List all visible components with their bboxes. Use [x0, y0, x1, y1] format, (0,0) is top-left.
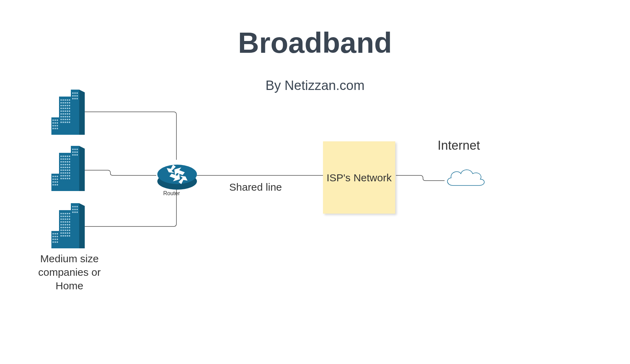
svg-rect-120 — [69, 172, 70, 174]
svg-rect-107 — [63, 167, 64, 168]
svg-rect-27 — [63, 105, 64, 106]
svg-rect-61 — [72, 92, 74, 94]
svg-rect-154 — [55, 241, 56, 243]
svg-rect-131 — [72, 149, 74, 150]
buildings-label: Medium size companies or Home — [28, 252, 111, 292]
svg-rect-171 — [60, 221, 62, 223]
svg-rect-59 — [67, 122, 68, 123]
svg-rect-184 — [67, 227, 68, 228]
svg-rect-178 — [65, 224, 66, 225]
svg-rect-137 — [72, 154, 74, 156]
svg-rect-129 — [67, 178, 68, 179]
svg-rect-40 — [69, 110, 70, 112]
svg-rect-135 — [74, 151, 76, 153]
svg-rect-48 — [65, 116, 66, 117]
svg-rect-156 — [60, 213, 62, 214]
svg-rect-51 — [60, 119, 62, 120]
svg-rect-42 — [63, 113, 64, 115]
svg-rect-111 — [60, 169, 62, 171]
svg-rect-109 — [67, 167, 68, 168]
svg-rect-152 — [57, 239, 58, 240]
building-icon — [51, 203, 85, 248]
svg-rect-98 — [65, 161, 66, 163]
svg-rect-113 — [65, 169, 66, 171]
svg-rect-169 — [67, 218, 68, 220]
svg-rect-114 — [67, 169, 68, 171]
svg-rect-182 — [63, 227, 64, 228]
svg-rect-26 — [60, 105, 62, 106]
svg-rect-87 — [63, 156, 64, 157]
svg-rect-77 — [52, 179, 54, 180]
svg-rect-53 — [65, 119, 66, 120]
svg-rect-196 — [60, 235, 62, 237]
svg-rect-197 — [63, 235, 64, 237]
svg-rect-164 — [67, 216, 68, 217]
svg-rect-29 — [67, 105, 68, 106]
svg-rect-119 — [67, 172, 68, 174]
svg-rect-188 — [65, 230, 66, 231]
svg-rect-207 — [72, 212, 74, 213]
cloud-icon — [443, 166, 487, 191]
svg-rect-148 — [55, 236, 56, 237]
svg-rect-201 — [72, 206, 74, 207]
svg-rect-41 — [60, 113, 62, 115]
svg-rect-165 — [69, 216, 70, 217]
svg-rect-46 — [60, 116, 62, 117]
svg-rect-161 — [60, 216, 62, 217]
svg-rect-192 — [63, 232, 64, 234]
svg-rect-187 — [63, 230, 64, 231]
svg-rect-65 — [74, 95, 76, 97]
svg-rect-163 — [65, 216, 66, 217]
svg-rect-153 — [52, 241, 54, 243]
svg-rect-66 — [76, 95, 78, 97]
svg-rect-181 — [60, 227, 62, 228]
svg-rect-149 — [57, 236, 58, 237]
svg-rect-103 — [65, 164, 66, 165]
svg-rect-38 — [65, 110, 66, 112]
svg-rect-146 — [57, 233, 58, 234]
svg-rect-89 — [67, 156, 68, 157]
svg-rect-4 — [52, 119, 54, 121]
svg-rect-93 — [65, 158, 66, 160]
svg-rect-55 — [69, 119, 70, 120]
svg-rect-150 — [52, 239, 54, 240]
svg-rect-204 — [72, 209, 74, 210]
svg-marker-3 — [79, 90, 85, 135]
svg-rect-174 — [67, 221, 68, 223]
svg-rect-177 — [63, 224, 64, 225]
svg-rect-116 — [60, 172, 62, 174]
svg-rect-147 — [52, 236, 54, 237]
svg-rect-91 — [60, 158, 62, 160]
svg-rect-134 — [72, 151, 74, 153]
svg-rect-94 — [67, 158, 68, 160]
svg-rect-139 — [76, 154, 78, 156]
svg-rect-102 — [63, 164, 64, 165]
svg-rect-155 — [57, 241, 58, 243]
svg-rect-205 — [74, 209, 76, 210]
svg-rect-96 — [60, 161, 62, 163]
svg-rect-123 — [65, 175, 66, 176]
svg-rect-15 — [57, 128, 58, 129]
svg-rect-44 — [67, 113, 68, 115]
svg-rect-202 — [74, 206, 76, 207]
svg-rect-206 — [76, 209, 78, 210]
svg-rect-92 — [63, 158, 64, 160]
svg-rect-118 — [65, 172, 66, 174]
svg-rect-175 — [69, 221, 70, 223]
svg-rect-50 — [69, 116, 70, 117]
svg-rect-180 — [69, 224, 70, 225]
svg-rect-199 — [67, 235, 68, 237]
svg-rect-82 — [57, 181, 58, 183]
svg-rect-88 — [65, 156, 66, 157]
svg-rect-144 — [52, 233, 54, 234]
svg-rect-122 — [63, 175, 64, 176]
svg-rect-5 — [55, 119, 56, 121]
svg-rect-162 — [63, 216, 64, 217]
svg-rect-106 — [60, 167, 62, 168]
svg-rect-195 — [69, 232, 70, 234]
svg-rect-23 — [65, 102, 66, 104]
svg-rect-112 — [63, 169, 64, 171]
svg-rect-67 — [72, 98, 74, 99]
svg-rect-198 — [65, 235, 66, 237]
svg-rect-62 — [74, 92, 76, 94]
